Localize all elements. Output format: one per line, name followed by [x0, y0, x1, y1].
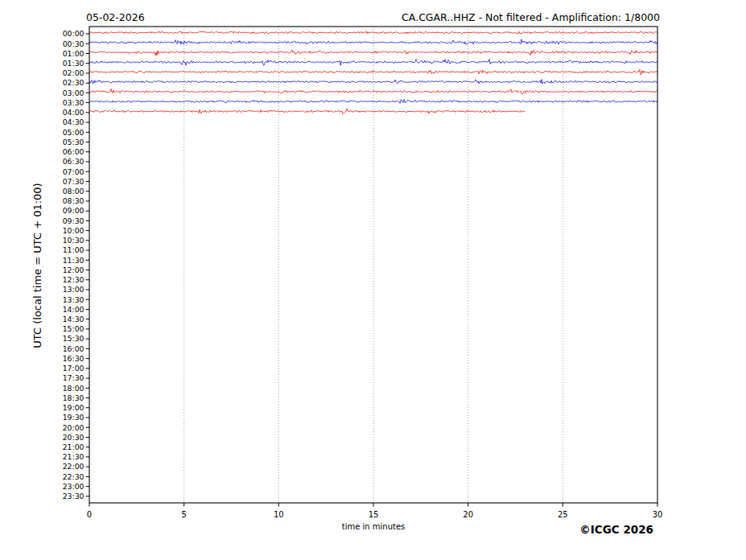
x-tick-label: 20	[463, 510, 473, 519]
y-tick-label: 15:00	[63, 324, 84, 333]
y-tick-label: 08:00	[63, 187, 84, 196]
y-tick-label: 04:00	[63, 108, 84, 117]
y-tick-label: 22:30	[63, 472, 84, 481]
x-tick-label: 15	[369, 510, 379, 519]
helicorder-chart: 05-02-2026 CA.CGAR..HHZ - Not filtered -…	[0, 0, 746, 560]
y-tick-label: 02:00	[63, 68, 84, 77]
x-tick-label: 10	[274, 510, 284, 519]
y-axis-title: UTC (local time = UTC + 01:00)	[31, 183, 43, 348]
gridlines	[184, 27, 563, 503]
y-tick-label: 16:30	[63, 354, 84, 363]
y-tick-label: 15:30	[63, 334, 84, 343]
y-tick-label: 12:30	[63, 275, 84, 284]
y-axis-ticks: 00:0000:3001:0001:3002:0002:3003:0003:30…	[63, 29, 89, 500]
y-tick-label: 21:30	[63, 452, 84, 461]
date-label: 05-02-2026	[86, 11, 145, 23]
y-tick-label: 10:30	[63, 236, 84, 245]
y-tick-label: 07:30	[63, 177, 84, 186]
y-tick-label: 09:30	[63, 216, 84, 225]
seismic-trace-02-00	[89, 69, 657, 75]
y-tick-label: 11:30	[63, 256, 84, 265]
y-tick-label: 04:30	[63, 117, 84, 126]
y-tick-label: 10:00	[63, 226, 84, 235]
y-tick-label: 01:30	[63, 59, 84, 68]
x-tick-label: 30	[653, 510, 663, 519]
y-tick-label: 23:00	[63, 482, 84, 491]
x-axis-ticks: 051015202530	[87, 503, 663, 519]
y-tick-label: 03:30	[63, 98, 84, 107]
seismic-trace-02-30	[89, 80, 657, 84]
x-tick-label: 25	[558, 510, 568, 519]
chart-title: CA.CGAR..HHZ - Not filtered - Amplificat…	[402, 11, 660, 23]
y-tick-label: 19:00	[63, 403, 84, 412]
y-tick-label: 17:00	[63, 364, 84, 373]
helicorder-page: 05-02-2026 CA.CGAR..HHZ - Not filtered -…	[0, 0, 746, 560]
x-axis-title: time in minutes	[342, 522, 406, 531]
y-tick-label: 14:30	[63, 315, 84, 323]
y-tick-label: 18:00	[63, 384, 84, 393]
x-tick-label: 5	[182, 510, 187, 519]
copyright-label: ©ICGC 2026	[579, 523, 653, 536]
y-tick-label: 13:30	[63, 295, 84, 304]
y-tick-label: 12:00	[63, 266, 84, 274]
y-tick-label: 03:00	[63, 89, 84, 97]
y-tick-label: 21:00	[63, 443, 84, 451]
y-tick-label: 07:00	[63, 167, 84, 176]
y-tick-label: 20:00	[63, 423, 84, 432]
y-tick-label: 20:30	[63, 433, 84, 442]
y-tick-label: 14:00	[63, 305, 84, 314]
y-tick-label: 13:00	[63, 285, 84, 294]
y-tick-label: 05:30	[63, 138, 84, 146]
y-tick-label: 06:30	[63, 157, 84, 166]
y-tick-label: 16:00	[63, 344, 84, 353]
y-tick-label: 09:00	[63, 206, 84, 215]
y-tick-label: 19:30	[63, 413, 84, 422]
y-tick-label: 23:30	[63, 492, 84, 500]
y-tick-label: 00:00	[63, 29, 84, 38]
y-tick-label: 18:30	[63, 393, 84, 402]
y-tick-label: 06:00	[63, 147, 84, 156]
y-tick-label: 22:00	[63, 462, 84, 471]
y-tick-label: 17:30	[63, 373, 84, 382]
y-tick-label: 02:30	[63, 78, 84, 87]
seismic-trace-04-00	[89, 109, 525, 113]
y-tick-label: 08:30	[63, 196, 84, 205]
y-tick-label: 00:30	[63, 39, 84, 48]
y-tick-label: 05:00	[63, 128, 84, 137]
y-tick-label: 01:00	[63, 49, 84, 58]
y-tick-label: 11:00	[63, 245, 84, 254]
seismic-trace-03-30	[89, 100, 657, 104]
x-tick-label: 0	[87, 510, 92, 519]
